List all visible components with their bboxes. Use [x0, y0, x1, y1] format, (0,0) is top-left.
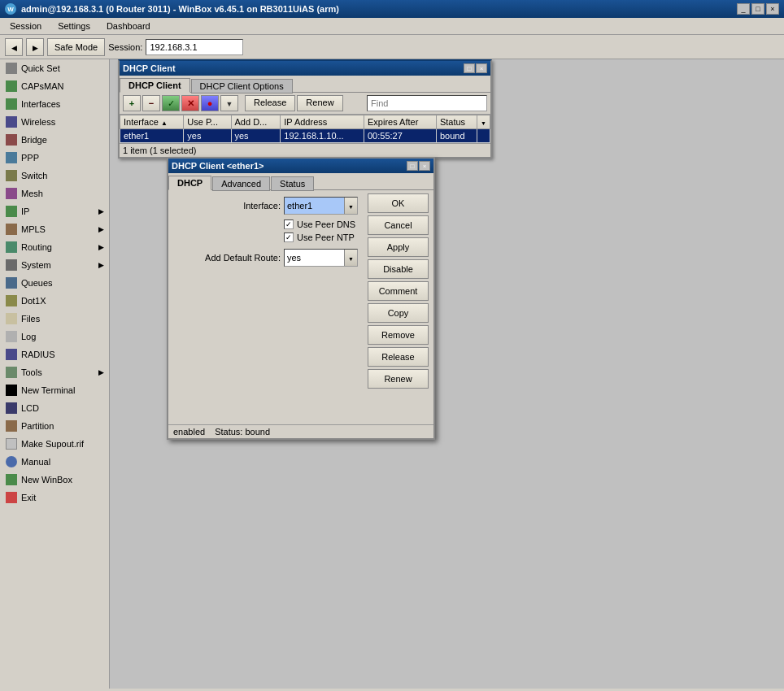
- sidebar-item-capsman[interactable]: CAPsMAN: [0, 77, 109, 95]
- tab-advanced[interactable]: Advanced: [212, 176, 270, 191]
- filter-button[interactable]: [220, 95, 238, 111]
- add-icon: [129, 98, 134, 108]
- sidebar-item-new-winbox[interactable]: New WinBox: [0, 471, 109, 489]
- dhcp-status-bar: 1 item (1 selected): [120, 143, 490, 157]
- use-peer-ntp-checkbox[interactable]: ✓: [284, 233, 294, 242]
- safe-mode-button[interactable]: Safe Mode: [47, 38, 105, 56]
- cell-expires-after: 00:55:27: [364, 129, 436, 143]
- sidebar-label-files: Files: [21, 314, 104, 324]
- tab-dhcp-client[interactable]: DHCP Client: [120, 78, 190, 93]
- session-input[interactable]: [146, 39, 243, 55]
- circle-icon: [207, 98, 213, 108]
- new-winbox-icon: [5, 473, 18, 486]
- add-default-route-row: Add Default Route: yes: [175, 249, 358, 267]
- sidebar-item-partition[interactable]: Partition: [0, 417, 109, 435]
- interfaces-icon: [5, 98, 18, 111]
- add-default-route-select[interactable]: yes: [284, 249, 358, 267]
- tab-dhcp-client-options[interactable]: DHCP Client Options: [191, 79, 293, 93]
- use-peer-dns-checkbox[interactable]: ✓: [284, 219, 294, 229]
- sidebar-label-partition: Partition: [21, 421, 104, 431]
- sidebar-label-tools: Tools: [21, 367, 95, 377]
- menu-session[interactable]: Session: [3, 20, 48, 33]
- sidebar-item-lcd[interactable]: LCD: [0, 399, 109, 417]
- new-terminal-icon: [5, 384, 18, 397]
- minimize-button[interactable]: _: [737, 3, 750, 15]
- apply-button[interactable]: Apply: [368, 237, 429, 257]
- tab-status[interactable]: Status: [271, 176, 314, 191]
- disable-toolbar-button[interactable]: [181, 95, 199, 111]
- tab-dhcp[interactable]: DHCP: [168, 176, 211, 190]
- ether1-controls[interactable]: □ ×: [407, 161, 430, 171]
- remove-toolbar-button[interactable]: [142, 95, 160, 111]
- release-toolbar-button[interactable]: Release: [245, 95, 295, 111]
- sidebar-item-wireless[interactable]: Wireless: [0, 113, 109, 131]
- ether1-tab-bar: DHCP Advanced Status: [168, 173, 433, 190]
- dhcp-close-button[interactable]: ×: [476, 63, 487, 73]
- sidebar-item-interfaces[interactable]: Interfaces: [0, 95, 109, 113]
- x-icon: [187, 98, 194, 109]
- col-add-default: Add D...: [231, 115, 281, 129]
- sidebar-item-files[interactable]: Files: [0, 310, 109, 328]
- ether1-button-panel: OK Cancel Apply Disable Comment Copy Rem…: [364, 190, 433, 424]
- add-default-route-dropdown-btn[interactable]: [344, 250, 357, 266]
- sidebar-item-ip[interactable]: IP ▶: [0, 202, 109, 220]
- close-button[interactable]: ×: [766, 3, 779, 15]
- sidebar-item-dot1x[interactable]: Dot1X: [0, 292, 109, 310]
- sidebar-item-manual[interactable]: Manual: [0, 453, 109, 471]
- sidebar-item-queues[interactable]: Queues: [0, 274, 109, 292]
- menu-settings[interactable]: Settings: [51, 20, 97, 33]
- mpls-arrow-icon: ▶: [98, 225, 104, 233]
- ether1-restore-button[interactable]: □: [407, 161, 418, 171]
- title-bar: W admin@192.168.3.1 (0 Router 3011) - Wi…: [0, 0, 784, 18]
- sidebar-item-make-supout[interactable]: Make Supout.rif: [0, 435, 109, 453]
- forward-button[interactable]: [26, 38, 44, 56]
- sidebar-item-exit[interactable]: Exit: [0, 489, 109, 506]
- interface-select[interactable]: ether1: [284, 197, 358, 215]
- disable-button[interactable]: Disable: [368, 259, 429, 279]
- tools-arrow-icon: ▶: [98, 368, 104, 376]
- sidebar-label-capsman: CAPsMAN: [21, 81, 104, 91]
- ether1-dialog: DHCP Client <ether1> □ × DHCP Advanced S…: [167, 157, 435, 440]
- add-button[interactable]: [123, 95, 141, 111]
- mpls-icon: [5, 223, 18, 236]
- dhcp-restore-button[interactable]: □: [464, 63, 475, 73]
- sidebar-item-tools[interactable]: Tools ▶: [0, 363, 109, 381]
- maximize-button[interactable]: □: [751, 3, 764, 15]
- radius-icon: [5, 348, 18, 361]
- sidebar-item-radius[interactable]: RADIUS: [0, 346, 109, 363]
- sidebar-item-new-terminal[interactable]: New Terminal: [0, 381, 109, 399]
- cancel-button[interactable]: Cancel: [368, 215, 429, 235]
- interface-dropdown-btn[interactable]: [344, 198, 357, 214]
- sidebar-item-bridge[interactable]: Bridge: [0, 131, 109, 149]
- sidebar-item-switch[interactable]: Switch: [0, 167, 109, 185]
- sidebar-item-quick-set[interactable]: Quick Set: [0, 59, 109, 77]
- system-icon: [5, 259, 18, 272]
- menu-dashboard[interactable]: Dashboard: [100, 20, 157, 33]
- back-icon: [11, 42, 17, 52]
- table-row[interactable]: ether1 yes yes 192.168.1.10... 00:55:27 …: [120, 129, 490, 143]
- dhcp-client-controls[interactable]: □ ×: [464, 63, 487, 73]
- sidebar-label-bridge: Bridge: [21, 135, 104, 145]
- renew-toolbar-button[interactable]: Renew: [297, 95, 342, 111]
- sidebar-item-log[interactable]: Log: [0, 328, 109, 346]
- sidebar-item-mpls[interactable]: MPLS ▶: [0, 220, 109, 238]
- title-bar-controls[interactable]: _ □ ×: [737, 3, 779, 15]
- enable-button[interactable]: [162, 95, 180, 111]
- dropdown2-icon: [348, 253, 354, 263]
- col-interface: Interface ▲: [120, 115, 184, 129]
- renew-button[interactable]: Renew: [368, 369, 429, 389]
- sidebar-item-ppp[interactable]: PPP: [0, 149, 109, 167]
- ether1-close-button[interactable]: ×: [419, 161, 430, 171]
- release-button[interactable]: Release: [368, 347, 429, 367]
- copy-button[interactable]: Copy: [368, 303, 429, 323]
- sidebar-item-mesh[interactable]: Mesh: [0, 185, 109, 202]
- circle-button[interactable]: [201, 95, 219, 111]
- comment-button[interactable]: Comment: [368, 281, 429, 301]
- back-button[interactable]: [5, 38, 23, 56]
- find-input[interactable]: [367, 95, 487, 111]
- sidebar-item-routing[interactable]: Routing ▶: [0, 238, 109, 256]
- dot1x-icon: [5, 294, 18, 307]
- remove-button[interactable]: Remove: [368, 325, 429, 345]
- sidebar-item-system[interactable]: System ▶: [0, 256, 109, 274]
- ok-button[interactable]: OK: [368, 193, 429, 213]
